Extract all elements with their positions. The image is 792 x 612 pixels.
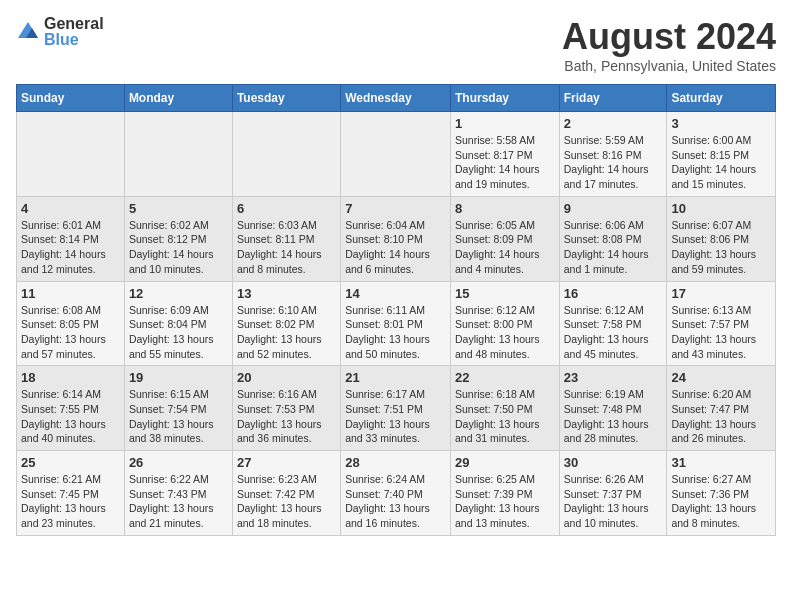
day-number: 28 [345,455,446,470]
day-cell: 24Sunrise: 6:20 AMSunset: 7:47 PMDayligh… [667,366,776,451]
day-info: Sunrise: 6:10 AMSunset: 8:02 PMDaylight:… [237,303,336,362]
day-number: 30 [564,455,663,470]
day-number: 18 [21,370,120,385]
day-cell: 23Sunrise: 6:19 AMSunset: 7:48 PMDayligh… [559,366,667,451]
header-row: SundayMondayTuesdayWednesdayThursdayFrid… [17,85,776,112]
day-cell: 15Sunrise: 6:12 AMSunset: 8:00 PMDayligh… [450,281,559,366]
day-cell: 9Sunrise: 6:06 AMSunset: 8:08 PMDaylight… [559,196,667,281]
calendar-header: SundayMondayTuesdayWednesdayThursdayFrid… [17,85,776,112]
day-cell: 6Sunrise: 6:03 AMSunset: 8:11 PMDaylight… [232,196,340,281]
header-thursday: Thursday [450,85,559,112]
header-saturday: Saturday [667,85,776,112]
logo: General Blue [16,16,104,48]
day-cell: 1Sunrise: 5:58 AMSunset: 8:17 PMDaylight… [450,112,559,197]
day-info: Sunrise: 6:19 AMSunset: 7:48 PMDaylight:… [564,387,663,446]
day-info: Sunrise: 6:00 AMSunset: 8:15 PMDaylight:… [671,133,771,192]
day-cell: 13Sunrise: 6:10 AMSunset: 8:02 PMDayligh… [232,281,340,366]
header-tuesday: Tuesday [232,85,340,112]
day-info: Sunrise: 6:25 AMSunset: 7:39 PMDaylight:… [455,472,555,531]
day-number: 5 [129,201,228,216]
day-info: Sunrise: 6:24 AMSunset: 7:40 PMDaylight:… [345,472,446,531]
day-cell: 11Sunrise: 6:08 AMSunset: 8:05 PMDayligh… [17,281,125,366]
day-info: Sunrise: 5:59 AMSunset: 8:16 PMDaylight:… [564,133,663,192]
header-friday: Friday [559,85,667,112]
day-info: Sunrise: 6:09 AMSunset: 8:04 PMDaylight:… [129,303,228,362]
day-info: Sunrise: 5:58 AMSunset: 8:17 PMDaylight:… [455,133,555,192]
day-number: 19 [129,370,228,385]
header-sunday: Sunday [17,85,125,112]
month-year-title: August 2024 [562,16,776,58]
day-number: 24 [671,370,771,385]
day-cell [232,112,340,197]
day-info: Sunrise: 6:20 AMSunset: 7:47 PMDaylight:… [671,387,771,446]
day-cell: 21Sunrise: 6:17 AMSunset: 7:51 PMDayligh… [341,366,451,451]
day-number: 12 [129,286,228,301]
day-cell: 12Sunrise: 6:09 AMSunset: 8:04 PMDayligh… [124,281,232,366]
day-cell [17,112,125,197]
day-cell: 2Sunrise: 5:59 AMSunset: 8:16 PMDaylight… [559,112,667,197]
day-cell: 25Sunrise: 6:21 AMSunset: 7:45 PMDayligh… [17,451,125,536]
week-row-4: 18Sunrise: 6:14 AMSunset: 7:55 PMDayligh… [17,366,776,451]
day-number: 4 [21,201,120,216]
calendar-body: 1Sunrise: 5:58 AMSunset: 8:17 PMDaylight… [17,112,776,536]
day-cell: 27Sunrise: 6:23 AMSunset: 7:42 PMDayligh… [232,451,340,536]
page-header: General Blue August 2024 Bath, Pennsylva… [16,16,776,74]
day-number: 8 [455,201,555,216]
logo-icon [16,20,40,44]
header-wednesday: Wednesday [341,85,451,112]
day-number: 3 [671,116,771,131]
day-info: Sunrise: 6:05 AMSunset: 8:09 PMDaylight:… [455,218,555,277]
title-block: August 2024 Bath, Pennsylvania, United S… [562,16,776,74]
day-info: Sunrise: 6:27 AMSunset: 7:36 PMDaylight:… [671,472,771,531]
day-cell: 10Sunrise: 6:07 AMSunset: 8:06 PMDayligh… [667,196,776,281]
day-cell: 17Sunrise: 6:13 AMSunset: 7:57 PMDayligh… [667,281,776,366]
day-number: 16 [564,286,663,301]
day-info: Sunrise: 6:08 AMSunset: 8:05 PMDaylight:… [21,303,120,362]
calendar-table: SundayMondayTuesdayWednesdayThursdayFrid… [16,84,776,536]
day-info: Sunrise: 6:11 AMSunset: 8:01 PMDaylight:… [345,303,446,362]
day-number: 7 [345,201,446,216]
day-cell: 22Sunrise: 6:18 AMSunset: 7:50 PMDayligh… [450,366,559,451]
day-number: 2 [564,116,663,131]
day-number: 25 [21,455,120,470]
day-number: 21 [345,370,446,385]
day-info: Sunrise: 6:02 AMSunset: 8:12 PMDaylight:… [129,218,228,277]
logo-text: General Blue [44,16,104,48]
week-row-1: 1Sunrise: 5:58 AMSunset: 8:17 PMDaylight… [17,112,776,197]
day-number: 23 [564,370,663,385]
day-cell [124,112,232,197]
logo-blue: Blue [44,32,104,48]
day-number: 31 [671,455,771,470]
week-row-3: 11Sunrise: 6:08 AMSunset: 8:05 PMDayligh… [17,281,776,366]
day-info: Sunrise: 6:07 AMSunset: 8:06 PMDaylight:… [671,218,771,277]
day-cell: 3Sunrise: 6:00 AMSunset: 8:15 PMDaylight… [667,112,776,197]
day-info: Sunrise: 6:01 AMSunset: 8:14 PMDaylight:… [21,218,120,277]
day-info: Sunrise: 6:21 AMSunset: 7:45 PMDaylight:… [21,472,120,531]
day-number: 14 [345,286,446,301]
day-info: Sunrise: 6:16 AMSunset: 7:53 PMDaylight:… [237,387,336,446]
day-number: 13 [237,286,336,301]
day-number: 29 [455,455,555,470]
day-cell: 28Sunrise: 6:24 AMSunset: 7:40 PMDayligh… [341,451,451,536]
day-info: Sunrise: 6:15 AMSunset: 7:54 PMDaylight:… [129,387,228,446]
day-number: 22 [455,370,555,385]
day-info: Sunrise: 6:12 AMSunset: 7:58 PMDaylight:… [564,303,663,362]
day-number: 11 [21,286,120,301]
day-info: Sunrise: 6:22 AMSunset: 7:43 PMDaylight:… [129,472,228,531]
week-row-5: 25Sunrise: 6:21 AMSunset: 7:45 PMDayligh… [17,451,776,536]
day-info: Sunrise: 6:14 AMSunset: 7:55 PMDaylight:… [21,387,120,446]
day-cell: 18Sunrise: 6:14 AMSunset: 7:55 PMDayligh… [17,366,125,451]
day-number: 20 [237,370,336,385]
location-subtitle: Bath, Pennsylvania, United States [562,58,776,74]
day-number: 17 [671,286,771,301]
day-cell: 19Sunrise: 6:15 AMSunset: 7:54 PMDayligh… [124,366,232,451]
week-row-2: 4Sunrise: 6:01 AMSunset: 8:14 PMDaylight… [17,196,776,281]
day-info: Sunrise: 6:13 AMSunset: 7:57 PMDaylight:… [671,303,771,362]
day-cell: 20Sunrise: 6:16 AMSunset: 7:53 PMDayligh… [232,366,340,451]
day-cell: 5Sunrise: 6:02 AMSunset: 8:12 PMDaylight… [124,196,232,281]
day-info: Sunrise: 6:12 AMSunset: 8:00 PMDaylight:… [455,303,555,362]
day-info: Sunrise: 6:26 AMSunset: 7:37 PMDaylight:… [564,472,663,531]
day-cell: 31Sunrise: 6:27 AMSunset: 7:36 PMDayligh… [667,451,776,536]
day-cell: 29Sunrise: 6:25 AMSunset: 7:39 PMDayligh… [450,451,559,536]
day-info: Sunrise: 6:23 AMSunset: 7:42 PMDaylight:… [237,472,336,531]
